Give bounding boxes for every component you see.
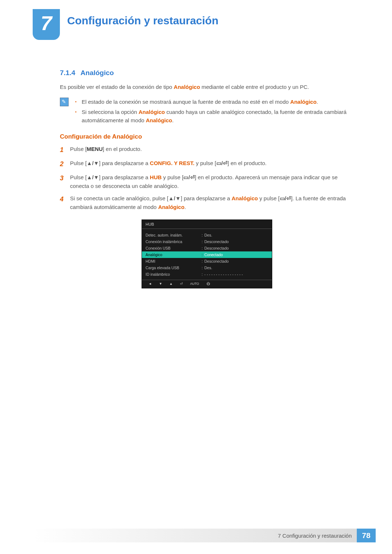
menu-key-label: MENU — [87, 146, 103, 152]
text-span: y pulse [ — [162, 174, 183, 180]
step-number: 2 — [60, 159, 65, 169]
osd-row-value: Desconectado — [204, 259, 268, 263]
text-span: ] en el producto. — [103, 146, 142, 152]
nav-icon: ▼ — [159, 282, 162, 286]
page-header: 7 Configuración y restauración — [0, 0, 392, 44]
highlight-analogico: Analógico — [174, 84, 200, 90]
text-span: Si selecciona la opción — [82, 109, 139, 115]
osd-row-value: Conectado — [204, 253, 268, 257]
osd-colon: : — [200, 272, 204, 276]
step-body: Pulse [MENU] en el producto. — [70, 145, 354, 155]
text-span: ] para desplazarse a — [99, 160, 150, 166]
osd-screenshot: HUB Detec. autom. inalám.:Des.Conexión i… — [60, 219, 354, 288]
osd-row-label: Conexión inalámbrica — [146, 239, 200, 244]
osd-row: Conexión USB:Desconectado — [146, 245, 268, 251]
power-icon: ⏻ — [207, 282, 210, 286]
step-item: 2 Pulse [▲/▼] para desplazarse a CONFIG.… — [60, 159, 354, 169]
page-content: 7.1.4 Analógico Es posible ver el estado… — [60, 69, 354, 288]
nav-icon: ▲ — [170, 282, 173, 286]
enter-source-icon: ▭/⏎ — [216, 160, 228, 166]
osd-row: Carga elevada USB:Des. — [146, 264, 268, 271]
osd-row-value: Desconectado — [204, 239, 268, 244]
chapter-number-tab: 7 — [33, 9, 60, 40]
text-span: Pulse [ — [70, 160, 87, 166]
text-span: y pulse [ — [195, 160, 216, 166]
note-list: El estado de la conexión se mostrará aun… — [75, 98, 354, 126]
osd-row-label: Detec. autom. inalám. — [146, 233, 200, 237]
osd-row-value: Des. — [204, 233, 268, 237]
osd-row-label: Analógico — [146, 253, 200, 257]
osd-colon: : — [200, 233, 204, 237]
up-down-icon: ▲/▼ — [168, 195, 181, 201]
osd-colon: : — [200, 259, 204, 263]
enter-source-icon: ▭/⏎ — [183, 174, 195, 180]
osd-colon: : — [200, 246, 204, 250]
text-span: . — [172, 117, 173, 123]
section-title: Analógico — [81, 69, 114, 77]
osd-row-value: - - - - - - - - - - - - - - - - - — [204, 272, 268, 276]
osd-row-selected: Analógico:Conectado — [142, 251, 272, 258]
step-body: Pulse [▲/▼] para desplazarse a CONFIG. Y… — [70, 159, 354, 169]
step-item: 3 Pulse [▲/▼] para desplazarse a HUB y p… — [60, 173, 354, 190]
up-down-icon: ▲/▼ — [87, 174, 99, 180]
section-number: 7.1.4 — [60, 69, 75, 77]
text-span: Es posible ver el estado de la conexión … — [60, 84, 174, 90]
note-icon — [60, 98, 69, 106]
highlight-analogico: Analógico — [139, 109, 165, 115]
highlight-hub: HUB — [150, 174, 162, 180]
text-span: . — [184, 204, 186, 210]
osd-auto-label: AUTO — [190, 282, 199, 286]
osd-title: HUB — [142, 220, 272, 229]
intro-paragraph: Es posible ver el estado de la conexión … — [60, 83, 354, 91]
text-span: ] en el producto. — [228, 160, 267, 166]
highlight-config-rest: CONFIG. Y REST. — [150, 160, 195, 166]
step-number: 4 — [60, 194, 65, 212]
note-item: Si selecciona la opción Analógico cuando… — [75, 108, 354, 125]
osd-row-label: Conexión USB — [146, 246, 200, 250]
osd-row: HDMI:Desconectado — [146, 258, 268, 264]
osd-row-label: ID inalámbrico — [146, 272, 200, 276]
osd-panel: HUB Detec. autom. inalám.:Des.Conexión i… — [142, 219, 272, 288]
step-item: 1 Pulse [MENU] en el producto. — [60, 145, 354, 155]
text-span: El estado de la conexión se mostrará aun… — [82, 99, 290, 105]
osd-rows: Detec. autom. inalám.:Des.Conexión inalá… — [142, 229, 272, 280]
up-down-icon: ▲/▼ — [87, 160, 99, 166]
step-number: 1 — [60, 145, 65, 155]
section-heading: 7.1.4 Analógico — [60, 69, 354, 77]
text-span: Si se conecta un cacle analógico, pulse … — [70, 195, 168, 201]
footer-text: 7 Configuración y restauración — [33, 529, 357, 542]
text-span: ] para desplazarse a — [181, 195, 232, 201]
text-span: y pulse [ — [258, 195, 280, 201]
osd-row-label: Carga elevada USB — [146, 266, 200, 270]
step-item: 4 Si se conecta un cacle analógico, puls… — [60, 194, 354, 212]
highlight-analogico: Analógico — [290, 99, 317, 105]
chapter-title: Configuración y restauración — [67, 15, 219, 27]
nav-icon: ⏎ — [180, 282, 183, 286]
nav-icon: ◄ — [148, 282, 152, 286]
osd-row-label: HDMI — [146, 259, 200, 263]
highlight-analogico: Analógico — [146, 117, 172, 123]
osd-colon: : — [200, 266, 204, 270]
text-span: Pulse [ — [70, 174, 87, 180]
osd-row-value: Desconectado — [204, 246, 268, 250]
text-span: Pulse [ — [70, 146, 87, 152]
note-block: El estado de la conexión se mostrará aun… — [60, 98, 354, 126]
osd-row: Conexión inalámbrica:Desconectado — [146, 238, 268, 245]
osd-row-value: Des. — [204, 266, 268, 270]
text-span: mediante el cable entre el producto y un… — [200, 84, 309, 90]
step-body: Pulse [▲/▼] para desplazarse a HUB y pul… — [70, 173, 354, 190]
steps-list: 1 Pulse [MENU] en el producto. 2 Pulse [… — [60, 145, 354, 212]
highlight-analogico: Analógico — [232, 195, 258, 201]
highlight-analogico: Analógico — [158, 204, 185, 210]
step-body: Si se conecta un cacle analógico, pulse … — [70, 194, 354, 212]
text-span: ] para desplazarse a — [99, 174, 150, 180]
osd-bottom-bar: ◄▼▲⏎AUTO⏻ — [142, 280, 272, 288]
enter-source-icon: ▭/⏎ — [280, 195, 291, 201]
osd-colon: : — [200, 239, 204, 244]
text-span: . — [317, 99, 318, 105]
sub-heading: Configuración de Analógico — [60, 133, 354, 140]
page-number: 78 — [357, 529, 376, 542]
page-footer: 7 Configuración y restauración 78 — [33, 529, 376, 542]
osd-row: Detec. autom. inalám.:Des. — [146, 232, 268, 238]
osd-row: ID inalámbrico:- - - - - - - - - - - - -… — [146, 271, 268, 278]
